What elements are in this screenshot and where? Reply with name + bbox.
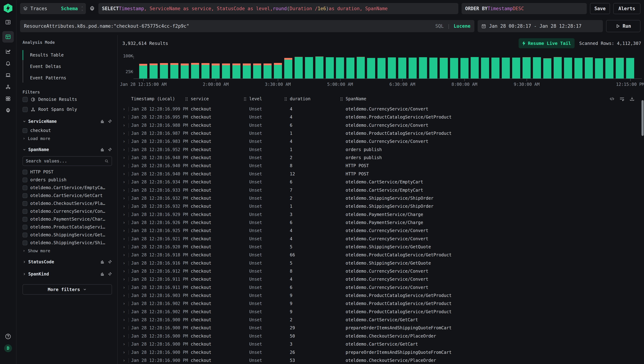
- row-expand-chevron[interactable]: ›: [123, 316, 125, 324]
- col-timestamp[interactable]: Timestamp (Local): [131, 92, 175, 105]
- table-row[interactable]: ›Jan 28 12:28:16.916 PMcheckoutUnset5ote…: [118, 259, 644, 267]
- table-row[interactable]: ›Jan 28 12:28:16.983 PMcheckoutUnset4ote…: [118, 138, 644, 146]
- histogram-bar[interactable]: [595, 58, 603, 78]
- row-expand-chevron[interactable]: ›: [123, 186, 125, 194]
- facet-value[interactable]: oteldemo.CurrencyService/Con…: [23, 208, 112, 215]
- facet-value[interactable]: oteldemo.CartService/GetCart: [23, 192, 112, 200]
- facet-checkbox[interactable]: [23, 217, 27, 222]
- table-row[interactable]: ›Jan 28 12:28:16.900 PMcheckoutUnset29pr…: [118, 324, 644, 332]
- denoise-toggle[interactable]: Denoise Results: [23, 94, 112, 104]
- facet-chart-button[interactable]: [100, 148, 105, 152]
- laptop-icon[interactable]: [2, 69, 14, 81]
- facet-checkbox[interactable]: [23, 209, 27, 214]
- facet-header-servicename[interactable]: ServiceName: [23, 116, 112, 126]
- table-row[interactable]: ›Jan 28 12:28:16.900 PMcheckoutUnset50ot…: [118, 332, 644, 340]
- row-expand-chevron[interactable]: ›: [123, 105, 125, 113]
- facet-value[interactable]: oteldemo.ShippingService/Shi…: [23, 239, 112, 247]
- histogram-bar[interactable]: [491, 58, 499, 78]
- dashboards-icon[interactable]: [2, 93, 14, 104]
- histogram-bar[interactable]: [450, 58, 458, 78]
- table-row[interactable]: ›Jan 28 12:28:16.952 PMcheckoutUnset1ord…: [118, 146, 644, 154]
- histogram-bar[interactable]: [564, 58, 572, 78]
- facet-header-statuscode[interactable]: StatusCode: [23, 257, 112, 267]
- table-row[interactable]: ›Jan 28 12:28:16.925 PMcheckoutUnset4ote…: [118, 227, 644, 235]
- histogram-bar[interactable]: [398, 58, 406, 78]
- resume-live-tail-button[interactable]: Resume Live Tail: [519, 38, 574, 48]
- table-row[interactable]: ›Jan 28 12:28:16.940 PMcheckoutUnset12HT…: [118, 170, 644, 178]
- table-row[interactable]: ›Jan 28 12:28:16.999 PMcheckoutUnset4ote…: [118, 105, 644, 113]
- facet-header-spankind[interactable]: SpanKind: [23, 269, 112, 279]
- facet-chart-button[interactable]: [100, 272, 105, 276]
- row-expand-chevron[interactable]: ›: [123, 243, 125, 251]
- histogram-bar[interactable]: [295, 57, 303, 78]
- facet-checkbox[interactable]: [23, 232, 27, 238]
- histogram-bar[interactable]: [346, 58, 354, 78]
- table-row[interactable]: ›Jan 28 12:28:16.918 PMcheckoutUnset66ot…: [118, 251, 644, 259]
- row-expand-chevron[interactable]: ›: [123, 122, 125, 130]
- table-row[interactable]: ›Jan 28 12:28:16.920 PMcheckoutUnset5ote…: [118, 243, 644, 251]
- row-expand-chevron[interactable]: ›: [123, 348, 125, 356]
- histogram-bar[interactable]: [512, 58, 520, 78]
- vertical-scrollbar[interactable]: [641, 100, 644, 136]
- histogram-bar[interactable]: [419, 57, 427, 78]
- mode-sql-toggle[interactable]: SQL: [435, 24, 444, 29]
- row-expand-chevron[interactable]: ›: [123, 356, 125, 364]
- histogram-bar[interactable]: [554, 57, 562, 78]
- histogram-bar[interactable]: [377, 58, 385, 78]
- table-row[interactable]: ›Jan 28 12:28:16.933 PMcheckoutUnset7ote…: [118, 186, 644, 194]
- row-expand-chevron[interactable]: ›: [123, 162, 125, 170]
- row-expand-chevron[interactable]: ›: [123, 308, 125, 316]
- facet-checkbox[interactable]: [23, 240, 27, 245]
- row-expand-chevron[interactable]: ›: [123, 202, 125, 210]
- user-avatar[interactable]: D: [4, 344, 12, 352]
- histogram-bar[interactable]: [243, 64, 251, 78]
- histogram-bar[interactable]: [274, 63, 282, 78]
- table-row[interactable]: ›Jan 28 12:28:16.911 PMcheckoutUnset4ote…: [118, 275, 644, 283]
- facet-value[interactable]: oteldemo.CartService/EmptyCa…: [23, 184, 112, 192]
- histogram-bar[interactable]: [626, 58, 634, 78]
- facet-search-input[interactable]: [26, 158, 105, 164]
- histogram-bar[interactable]: [522, 57, 531, 78]
- table-row[interactable]: ›Jan 28 12:28:16.987 PMcheckoutUnset1ote…: [118, 130, 644, 138]
- source-settings-gear-icon[interactable]: [89, 6, 95, 12]
- row-expand-chevron[interactable]: ›: [123, 210, 125, 219]
- histogram-bar[interactable]: [605, 58, 613, 78]
- date-range-picker[interactable]: Jan 28 00:28:17 - Jan 28 12:28:17: [478, 20, 603, 32]
- app-logo[interactable]: [4, 4, 12, 14]
- histogram-bar[interactable]: [305, 57, 313, 78]
- row-expand-chevron[interactable]: ›: [123, 138, 125, 146]
- facet-pin-button[interactable]: [108, 119, 112, 124]
- more-filters-button[interactable]: More filters: [23, 284, 112, 295]
- table-row[interactable]: ›Jan 28 12:28:16.900 PMcheckoutUnset53ot…: [118, 356, 644, 364]
- schema-label[interactable]: Schema: [61, 6, 78, 11]
- row-expand-chevron[interactable]: ›: [123, 284, 125, 292]
- histogram-bar[interactable]: [388, 58, 396, 78]
- facet-chart-button[interactable]: [100, 260, 105, 264]
- histogram-bar[interactable]: [481, 58, 489, 78]
- table-row[interactable]: ›Jan 28 12:28:16.902 PMcheckoutUnset9ote…: [118, 308, 644, 316]
- row-expand-chevron[interactable]: ›: [123, 275, 125, 283]
- source-selector[interactable]: Traces Schema ⌃⌄: [20, 3, 86, 14]
- facet-value[interactable]: oteldemo.PaymentService/Char…: [23, 215, 112, 223]
- facet-checkbox[interactable]: [23, 186, 27, 190]
- histogram-bar[interactable]: [150, 64, 158, 78]
- table-row[interactable]: ›Jan 28 12:28:16.902 PMcheckoutUnset9ote…: [118, 300, 644, 308]
- facet-checkbox[interactable]: [23, 170, 27, 174]
- table-row[interactable]: ›Jan 28 12:28:16.912 PMcheckoutUnset8ote…: [118, 267, 644, 275]
- row-expand-chevron[interactable]: ›: [123, 130, 125, 138]
- histogram-bar[interactable]: [264, 64, 272, 78]
- row-expand-chevron[interactable]: ›: [123, 292, 125, 300]
- drag-handle-icon[interactable]: [340, 97, 343, 101]
- histogram-bar[interactable]: [170, 63, 178, 78]
- table-row[interactable]: ›Jan 28 12:28:16.988 PMcheckoutUnset6ote…: [118, 122, 644, 130]
- row-expand-chevron[interactable]: ›: [123, 178, 125, 186]
- facet-value[interactable]: orders publish: [23, 176, 112, 184]
- row-expand-chevron[interactable]: ›: [123, 340, 125, 348]
- row-expand-chevron[interactable]: ›: [123, 259, 125, 267]
- histogram-bar[interactable]: [471, 57, 479, 78]
- facet-chart-button[interactable]: [100, 119, 105, 124]
- mode-event-patterns[interactable]: Event Patterns: [23, 72, 112, 84]
- histogram-bar[interactable]: [212, 64, 220, 78]
- run-button[interactable]: Run: [606, 20, 640, 32]
- histogram-bar[interactable]: [139, 64, 147, 78]
